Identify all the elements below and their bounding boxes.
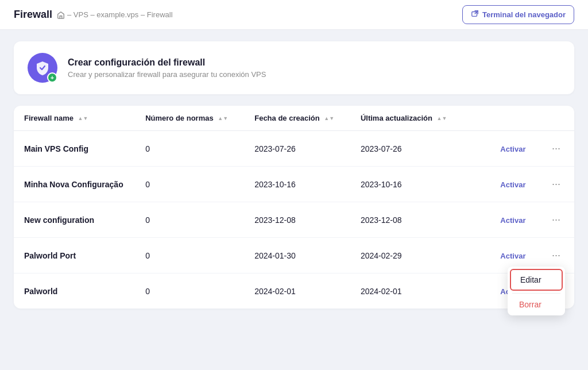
- info-icon-wrap: [28, 53, 57, 83]
- cell-normas: 0: [135, 238, 244, 273]
- cell-fecha: 2024-02-01: [244, 273, 350, 309]
- cell-fecha: 2023-10-16: [244, 167, 350, 202]
- cell-name: Palworld: [14, 273, 135, 309]
- table-row: Main VPS Config 0 2023-07-26 2023-07-26 …: [14, 131, 574, 167]
- home-icon: [57, 10, 65, 20]
- cell-activate: Activar: [463, 202, 536, 238]
- cell-name: Main VPS Config: [14, 131, 135, 167]
- activate-button[interactable]: Activar: [500, 145, 525, 153]
- cell-fecha: 2024-01-30: [244, 238, 350, 273]
- cell-ultima: 2024-02-01: [350, 273, 463, 309]
- topbar: Firewall – VPS – example.vps – Firewall …: [0, 0, 588, 30]
- cell-normas: 0: [135, 131, 244, 167]
- dropdown-menu: Editar Borrar: [508, 267, 565, 315]
- info-text: Crear configuración del firewall Crear y…: [68, 57, 266, 79]
- cell-activate: Activar: [463, 167, 536, 202]
- col-header-fecha[interactable]: Fecha de creación ▲▼: [244, 106, 350, 131]
- page-title: Firewall: [14, 9, 52, 21]
- col-header-ultima[interactable]: Última actualización ▲▼: [350, 106, 463, 131]
- cell-normas: 0: [135, 202, 244, 238]
- more-options-button[interactable]: ···: [548, 141, 564, 156]
- cell-dots: ···: [536, 131, 574, 167]
- col-header-dots: [536, 106, 574, 131]
- table-row: Palworld 0 2024-02-01 2024-02-01 Activar…: [14, 273, 574, 309]
- cell-fecha: 2023-07-26: [244, 131, 350, 167]
- cell-name: New configuration: [14, 202, 135, 238]
- terminal-button-label: Terminal del navegador: [482, 10, 566, 19]
- cell-activate: Activar: [463, 131, 536, 167]
- plus-icon: [47, 72, 57, 83]
- more-options-button[interactable]: ···: [548, 213, 564, 227]
- main-content: Crear configuración del firewall Crear y…: [0, 30, 588, 320]
- dropdown-delete[interactable]: Borrar: [508, 294, 565, 315]
- cell-dots: ···: [536, 202, 574, 238]
- col-header-action: [463, 106, 536, 131]
- dropdown-edit[interactable]: Editar: [510, 269, 563, 291]
- info-title: Crear configuración del firewall: [68, 57, 266, 68]
- external-link-icon: [471, 10, 479, 20]
- topbar-left: Firewall – VPS – example.vps – Firewall: [14, 9, 173, 21]
- cell-fecha: 2023-12-08: [244, 202, 350, 238]
- info-description: Crear y personalizar firewall para asegu…: [68, 70, 266, 79]
- firewall-table: Firewall name ▲▼ Número de normas ▲▼ Fec…: [14, 106, 574, 309]
- table-card: Firewall name ▲▼ Número de normas ▲▼ Fec…: [14, 106, 574, 309]
- cell-dots: ···: [536, 167, 574, 202]
- sort-arrows-ultima: ▲▼: [437, 116, 447, 121]
- table-header-row: Firewall name ▲▼ Número de normas ▲▼ Fec…: [14, 106, 574, 131]
- table-row: Palworld Port 0 2024-01-30 2024-02-29 Ac…: [14, 238, 574, 273]
- cell-name: Palworld Port: [14, 238, 135, 273]
- cell-normas: 0: [135, 273, 244, 309]
- activate-button[interactable]: Activar: [500, 216, 525, 225]
- sort-arrows-fecha: ▲▼: [324, 116, 334, 121]
- info-card: Crear configuración del firewall Crear y…: [14, 41, 574, 94]
- more-options-button[interactable]: ···: [548, 248, 564, 263]
- col-header-normas[interactable]: Número de normas ▲▼: [135, 106, 244, 131]
- breadcrumb: – VPS – example.vps – Firewall: [57, 10, 173, 20]
- col-header-name[interactable]: Firewall name ▲▼: [14, 106, 135, 131]
- terminal-button[interactable]: Terminal del navegador: [462, 5, 574, 24]
- breadcrumb-text: – VPS – example.vps – Firewall: [67, 10, 173, 19]
- cell-ultima: 2023-07-26: [350, 131, 463, 167]
- cell-ultima: 2023-10-16: [350, 167, 463, 202]
- sort-arrows-normas: ▲▼: [218, 116, 228, 121]
- more-options-button[interactable]: ···: [548, 177, 564, 191]
- table-row: New configuration 0 2023-12-08 2023-12-0…: [14, 202, 574, 238]
- sort-arrows-name: ▲▼: [78, 116, 88, 121]
- cell-normas: 0: [135, 167, 244, 202]
- activate-button[interactable]: Activar: [500, 180, 525, 189]
- cell-ultima: 2024-02-29: [350, 238, 463, 273]
- cell-name: Minha Nova Configuração: [14, 167, 135, 202]
- cell-ultima: 2023-12-08: [350, 202, 463, 238]
- table-row: Minha Nova Configuração 0 2023-10-16 202…: [14, 167, 574, 202]
- activate-button[interactable]: Activar: [500, 252, 525, 260]
